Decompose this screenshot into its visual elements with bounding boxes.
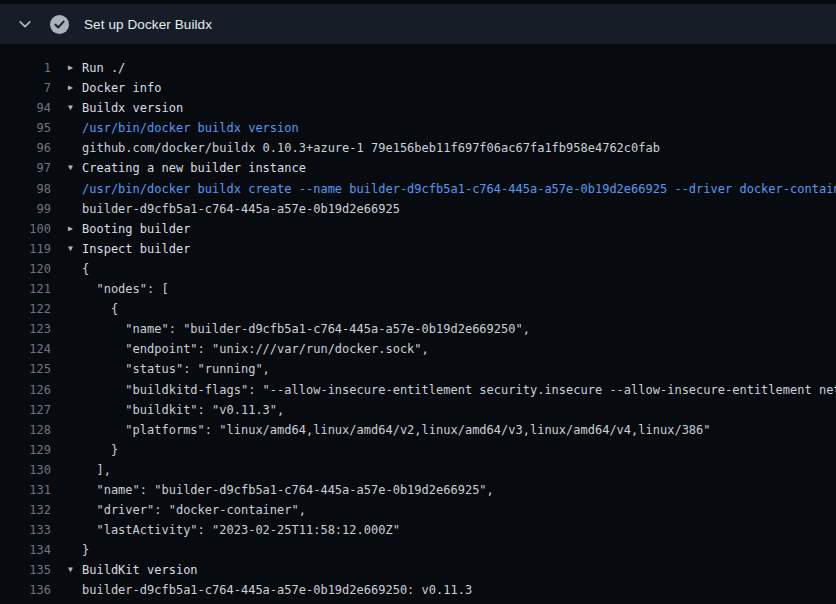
log-line: 121 "nodes": [: [0, 279, 836, 299]
log-line-text: Booting builder: [82, 219, 190, 239]
disclosure-triangle-icon: [51, 400, 82, 420]
line-number[interactable]: 7: [0, 78, 51, 98]
log-line-text: {: [82, 299, 118, 319]
log-line: 136 builder-d9cfb5a1-c764-445a-a57e-0b19…: [0, 580, 836, 600]
log-line-text: Run ./: [82, 58, 125, 78]
disclosure-triangle-icon: [51, 500, 82, 520]
disclosure-triangle-icon: [51, 540, 82, 560]
disclosure-triangle-icon: [51, 580, 82, 600]
log-line-text: Docker info: [82, 78, 161, 98]
log-line-text: /usr/bin/docker buildx create --name bui…: [82, 179, 836, 199]
disclosure-triangle-icon: [51, 199, 82, 219]
disclosure-triangle-icon: [51, 299, 82, 319]
disclosure-triangle-icon: [51, 359, 82, 379]
line-number[interactable]: 119: [0, 239, 51, 259]
log-line-text: /usr/bin/docker buildx version: [82, 118, 299, 138]
line-number[interactable]: 121: [0, 279, 51, 299]
log-area: 1 ▶ Run ./ 7 ▶ Docker info 94 ▼ Buildx v…: [0, 44, 836, 601]
line-number[interactable]: 124: [0, 339, 51, 359]
line-number[interactable]: 97: [0, 158, 51, 178]
line-number[interactable]: 94: [0, 98, 51, 118]
log-line[interactable]: 94 ▼ Buildx version: [0, 98, 836, 118]
log-line: 130 ],: [0, 460, 836, 480]
line-number[interactable]: 136: [0, 580, 51, 600]
line-number[interactable]: 130: [0, 460, 51, 480]
log-line-text: "name": "builder-d9cfb5a1-c764-445a-a57e…: [82, 319, 530, 339]
disclosure-triangle-icon: ▶: [51, 219, 82, 239]
log-line: 120 {: [0, 259, 836, 279]
log-line-text: "status": "running",: [82, 359, 270, 379]
log-line: 127 "buildkit": "v0.11.3",: [0, 400, 836, 420]
disclosure-triangle-icon: ▼: [51, 560, 82, 580]
disclosure-triangle-icon: [51, 380, 82, 400]
line-number[interactable]: 98: [0, 179, 51, 199]
log-line[interactable]: 97 ▼ Creating a new builder instance: [0, 158, 836, 178]
disclosure-triangle-icon: [51, 138, 82, 158]
step-header[interactable]: Set up Docker Buildx: [0, 4, 836, 44]
disclosure-triangle-icon: ▼: [51, 239, 82, 259]
log-line: 96 github.com/docker/buildx 0.10.3+azure…: [0, 138, 836, 158]
log-line: 129 }: [0, 440, 836, 460]
line-number[interactable]: 135: [0, 560, 51, 580]
log-line-text: "buildkitd-flags": "--allow-insecure-ent…: [82, 380, 836, 400]
log-line-text: "platforms": "linux/amd64,linux/amd64/v2…: [82, 420, 711, 440]
log-line-text: builder-d9cfb5a1-c764-445a-a57e-0b19d2e6…: [82, 580, 472, 600]
log-line-text: "name": "builder-d9cfb5a1-c764-445a-a57e…: [82, 480, 494, 500]
log-line-text: "buildkit": "v0.11.3",: [82, 400, 284, 420]
line-number[interactable]: 128: [0, 420, 51, 440]
log-line[interactable]: 7 ▶ Docker info: [0, 78, 836, 98]
log-line-text: "lastActivity": "2023-02-25T11:58:12.000…: [82, 520, 400, 540]
disclosure-triangle-icon: [51, 420, 82, 440]
log-line-text: "driver": "docker-container",: [82, 500, 306, 520]
log-line[interactable]: 100 ▶ Booting builder: [0, 219, 836, 239]
line-number[interactable]: 131: [0, 480, 51, 500]
line-number[interactable]: 122: [0, 299, 51, 319]
log-line: 122 {: [0, 299, 836, 319]
log-line: 128 "platforms": "linux/amd64,linux/amd6…: [0, 420, 836, 440]
line-number[interactable]: 99: [0, 199, 51, 219]
log-line: 95 /usr/bin/docker buildx version: [0, 118, 836, 138]
log-line-text: "endpoint": "unix:///var/run/docker.sock…: [82, 339, 429, 359]
disclosure-triangle-icon: ▼: [51, 158, 82, 178]
log-line-text: Inspect builder: [82, 239, 190, 259]
log-line-text: }: [82, 540, 89, 560]
line-number[interactable]: 120: [0, 259, 51, 279]
log-line-text: github.com/docker/buildx 0.10.3+azure-1 …: [82, 138, 660, 158]
disclosure-triangle-icon: [51, 179, 82, 199]
line-number[interactable]: 134: [0, 540, 51, 560]
log-line-text: BuildKit version: [82, 560, 198, 580]
line-number[interactable]: 95: [0, 118, 51, 138]
disclosure-triangle-icon: [51, 440, 82, 460]
log-line: 124 "endpoint": "unix:///var/run/docker.…: [0, 339, 836, 359]
chevron-down-icon[interactable]: [12, 11, 38, 37]
line-number[interactable]: 129: [0, 440, 51, 460]
line-number[interactable]: 123: [0, 319, 51, 339]
line-number[interactable]: 1: [0, 58, 51, 78]
disclosure-triangle-icon: [51, 460, 82, 480]
line-number[interactable]: 125: [0, 359, 51, 379]
line-number[interactable]: 132: [0, 500, 51, 520]
disclosure-triangle-icon: [51, 480, 82, 500]
log-line-text: Buildx version: [82, 98, 183, 118]
log-line[interactable]: 135 ▼ BuildKit version: [0, 560, 836, 580]
log-line-text: "nodes": [: [82, 279, 169, 299]
log-line: 132 "driver": "docker-container",: [0, 500, 836, 520]
disclosure-triangle-icon: ▼: [51, 98, 82, 118]
line-number[interactable]: 96: [0, 138, 51, 158]
line-number[interactable]: 126: [0, 380, 51, 400]
log-line: 99 builder-d9cfb5a1-c764-445a-a57e-0b19d…: [0, 199, 836, 219]
log-line-text: }: [82, 440, 118, 460]
log-line: 98 /usr/bin/docker buildx create --name …: [0, 179, 836, 199]
log-line-text: ],: [82, 460, 111, 480]
log-line[interactable]: 1 ▶ Run ./: [0, 58, 836, 78]
log-line-text: {: [82, 259, 89, 279]
log-line[interactable]: 119 ▼ Inspect builder: [0, 239, 836, 259]
line-number[interactable]: 127: [0, 400, 51, 420]
log-line-text: builder-d9cfb5a1-c764-445a-a57e-0b19d2e6…: [82, 199, 400, 219]
disclosure-triangle-icon: [51, 259, 82, 279]
disclosure-triangle-icon: ▶: [51, 58, 82, 78]
disclosure-triangle-icon: [51, 279, 82, 299]
disclosure-triangle-icon: ▶: [51, 78, 82, 98]
line-number[interactable]: 100: [0, 219, 51, 239]
line-number[interactable]: 133: [0, 520, 51, 540]
